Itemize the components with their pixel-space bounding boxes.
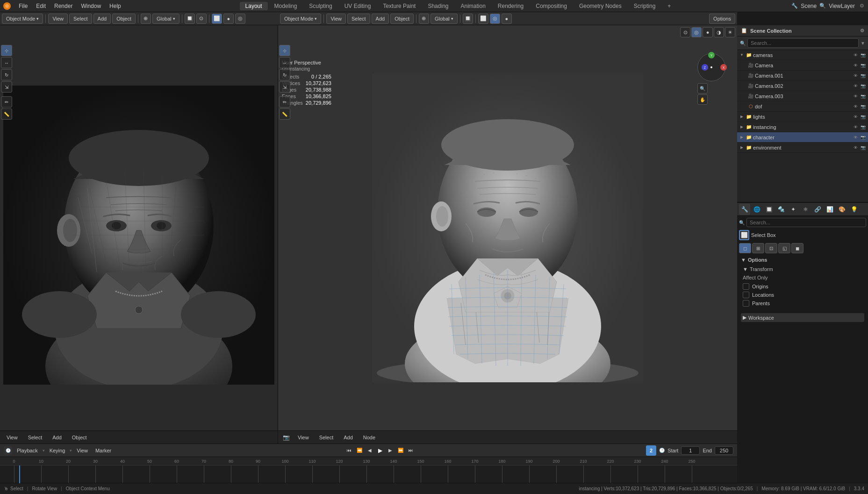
- instancing-arrow[interactable]: ▶: [739, 124, 745, 130]
- tab-texture-paint[interactable]: Texture Paint: [377, 2, 421, 10]
- props-tab-shader[interactable]: 💡: [848, 204, 860, 215]
- mode-btn-3[interactable]: ◱: [778, 243, 790, 253]
- scale-tool-r[interactable]: ⇲: [279, 81, 290, 93]
- vp-r-select-menu[interactable]: Select: [316, 434, 337, 441]
- select-menu-right[interactable]: Select: [347, 14, 370, 24]
- vp-select-menu[interactable]: Select: [24, 434, 46, 441]
- props-tab-tool[interactable]: 🔧: [739, 204, 750, 215]
- keying-menu[interactable]: Keying: [47, 447, 68, 454]
- start-frame-input[interactable]: [681, 446, 700, 455]
- playback-menu[interactable]: Playback: [14, 447, 41, 454]
- cam001-eye[interactable]: 👁: [852, 72, 859, 79]
- cam003-render[interactable]: 📷: [860, 93, 866, 100]
- mode-btn-1[interactable]: ⊞: [752, 243, 764, 253]
- timeline-track-area[interactable]: [0, 465, 737, 483]
- props-search-input[interactable]: [746, 218, 866, 227]
- environment-eye[interactable]: 👁: [852, 144, 859, 151]
- outliner-item-dof[interactable]: ⬡ dof 👁 📷: [737, 101, 868, 112]
- locations-checkbox[interactable]: [743, 292, 749, 298]
- snap-right[interactable]: 🔲: [463, 14, 473, 24]
- cameras-vis-render[interactable]: 📷: [860, 52, 866, 58]
- gizmo-sphere[interactable]: X Y Z: [697, 53, 725, 81]
- global-right[interactable]: Global▾: [430, 14, 458, 24]
- solid-toggle[interactable]: ●: [703, 27, 713, 37]
- dof-render[interactable]: 📷: [860, 103, 866, 110]
- mode-btn-2[interactable]: ⊡: [765, 243, 777, 253]
- outliner-filter-icon[interactable]: ⚙: [860, 28, 864, 33]
- camera-icon[interactable]: 📷: [281, 432, 291, 443]
- shading-right-1[interactable]: ⬜: [478, 14, 488, 24]
- vp-r-add-menu[interactable]: Add: [340, 434, 357, 441]
- lights-eye[interactable]: 👁: [852, 114, 859, 120]
- character-eye[interactable]: 👁: [852, 134, 859, 141]
- shading-solid[interactable]: ●: [223, 14, 234, 24]
- props-tab-data[interactable]: 📊: [824, 204, 835, 215]
- vp-add-menu[interactable]: Add: [49, 434, 65, 441]
- props-tab-modifier[interactable]: 🔩: [775, 204, 787, 215]
- cam002-render[interactable]: 📷: [860, 83, 866, 89]
- measure-tool[interactable]: 📏: [1, 108, 12, 120]
- select-box-icon[interactable]: ⬜: [739, 230, 749, 240]
- annotate-tool[interactable]: ✏: [1, 96, 12, 107]
- scale-tool[interactable]: ⇲: [1, 81, 12, 93]
- cursor-tool[interactable]: ⊹: [1, 45, 12, 56]
- vp-r-node-menu[interactable]: Node: [359, 434, 379, 441]
- xray-toggle[interactable]: ⬜: [212, 14, 222, 24]
- environment-render[interactable]: 📷: [860, 144, 866, 151]
- outliner-item-camera[interactable]: 🎥 Camera 👁 📷: [737, 60, 868, 71]
- timeline-ruler-area[interactable]: 0 10 20 30 40 50 60 70 80 90 100 110 120…: [0, 457, 737, 483]
- instancing-render[interactable]: 📷: [860, 124, 866, 130]
- tab-modeling[interactable]: Modeling: [269, 2, 303, 10]
- tab-sculpting[interactable]: Sculpting: [303, 2, 337, 10]
- add-menu[interactable]: Add: [93, 14, 111, 24]
- zoom-in-btn[interactable]: 🔍: [697, 83, 708, 93]
- measure-tool-r[interactable]: 📏: [279, 108, 290, 120]
- props-tab-constraints[interactable]: 🔗: [812, 204, 823, 215]
- outliner-item-camera001[interactable]: 🎥 Camera.001 👁 📷: [737, 71, 868, 81]
- environment-arrow[interactable]: ▶: [739, 145, 745, 150]
- material-toggle[interactable]: ◑: [714, 27, 724, 37]
- tab-animation[interactable]: Animation: [455, 2, 491, 10]
- overlay-toggle[interactable]: ⊙: [680, 27, 690, 37]
- character-render[interactable]: 📷: [860, 134, 866, 141]
- cameras-arrow[interactable]: ▼: [739, 52, 745, 58]
- outliner-item-camera002[interactable]: 🎥 Camera.002 👁 📷: [737, 81, 868, 91]
- outliner-item-environment[interactable]: ▶ 📁 environment 👁 📷: [737, 143, 868, 153]
- outliner-item-instancing[interactable]: ▶ 📁 instancing 👁 📷: [737, 122, 868, 132]
- object-menu[interactable]: Object: [112, 14, 136, 24]
- mode-btn-4[interactable]: ◼: [791, 243, 803, 253]
- props-tab-particles[interactable]: ✦: [788, 204, 799, 215]
- outliner-item-cameras[interactable]: ▼ 📁 cameras 👁 📷: [737, 50, 868, 60]
- workspace-row[interactable]: ▶ Workspace: [741, 313, 864, 322]
- snap-btn[interactable]: 🔲: [185, 14, 195, 24]
- props-tab-scene[interactable]: 🌐: [751, 204, 762, 215]
- tab-scripting[interactable]: Scripting: [628, 2, 661, 10]
- camera-eye[interactable]: 👁: [852, 62, 859, 69]
- timeline-icon[interactable]: 🕐: [4, 446, 12, 455]
- rotate-tool[interactable]: ↻: [1, 69, 12, 80]
- lights-arrow[interactable]: ▶: [739, 114, 745, 120]
- gizmo-y-axis[interactable]: Y: [708, 52, 715, 58]
- search-icon[interactable]: 🔍: [819, 3, 826, 9]
- filter-icon[interactable]: ⚙: [860, 3, 864, 9]
- outliner-item-camera003[interactable]: 🎥 Camera.003 👁 📷: [737, 91, 868, 101]
- jump-end-btn[interactable]: ⏭: [406, 446, 416, 455]
- view-menu-tl[interactable]: View: [74, 447, 91, 454]
- object-mode-selector-right[interactable]: Object Mode ▾: [280, 14, 321, 24]
- instancing-eye[interactable]: 👁: [852, 124, 859, 130]
- cursor-tool-r[interactable]: ⊹: [279, 45, 290, 56]
- shading-right-3[interactable]: ●: [502, 14, 512, 24]
- menu-window[interactable]: Window: [77, 2, 105, 10]
- annotate-tool-r[interactable]: ✏: [279, 96, 290, 107]
- select-menu[interactable]: Select: [69, 14, 92, 24]
- options-btn-right[interactable]: Options: [709, 14, 735, 24]
- jump-start-btn[interactable]: ⏮: [344, 446, 354, 455]
- play-btn[interactable]: ▶: [375, 446, 385, 455]
- props-tab-physics[interactable]: ⚛: [800, 204, 811, 215]
- pan-btn[interactable]: ✋: [697, 94, 708, 105]
- parents-checkbox[interactable]: [743, 300, 749, 307]
- transform-mode-btn-right[interactable]: ⊕: [419, 14, 429, 24]
- proportional-edit-btn[interactable]: ⊙: [196, 14, 207, 24]
- move-tool[interactable]: ↔: [1, 57, 12, 68]
- menu-edit[interactable]: Edit: [32, 2, 50, 10]
